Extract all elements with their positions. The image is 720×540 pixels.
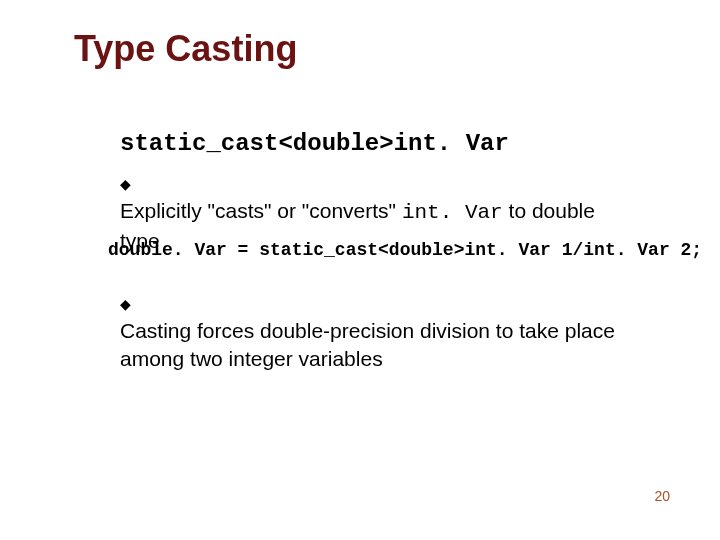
- bullet-text-pre: Casting forces double-precision division…: [120, 319, 615, 369]
- bullet-text-pre: Explicitly "casts" or "converts": [120, 199, 402, 222]
- code-example-line: double. Var = static_cast<double>int. Va…: [108, 240, 702, 260]
- code-headline: static_cast<double>int. Var: [120, 130, 509, 157]
- slide: Type Casting static_cast<double>int. Var…: [0, 0, 720, 540]
- bullet-text-mono: int. Var: [402, 201, 503, 224]
- page-number: 20: [654, 488, 670, 504]
- bullet-diamond-icon: ◆: [120, 290, 140, 313]
- slide-title: Type Casting: [74, 28, 297, 70]
- bullet-item-2: ◆ Casting forces double-precision divisi…: [120, 290, 640, 374]
- bullet-diamond-icon: ◆: [120, 170, 140, 193]
- bullet-text: Casting forces double-precision division…: [120, 317, 616, 374]
